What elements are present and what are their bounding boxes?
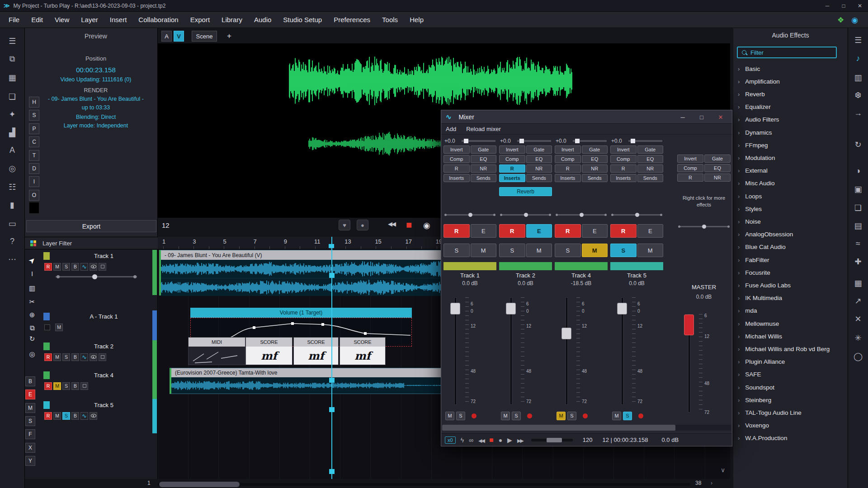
track-s-button[interactable]: S	[62, 382, 70, 390]
record-indicator[interactable]	[638, 413, 643, 418]
track-s-button[interactable]: S	[62, 263, 70, 271]
gain-slider[interactable]	[462, 140, 495, 142]
record-arm-button[interactable]: R	[610, 224, 637, 238]
edit-letter-y[interactable]: Y	[25, 456, 35, 466]
effect-category[interactable]: ›Mellowmuse	[733, 317, 848, 330]
effect-category[interactable]: ›Amplification	[733, 75, 848, 88]
record-dot-icon[interactable]: ●	[357, 220, 368, 230]
music-note-icon[interactable]: ♪	[848, 54, 868, 63]
track-s-button[interactable]: S	[62, 353, 70, 361]
document-icon[interactable]: ❏	[0, 92, 24, 102]
menu-icon[interactable]: ☰	[848, 35, 868, 45]
invert-button[interactable]: Invert	[443, 145, 470, 154]
mixer-minimize-button[interactable]: ─	[673, 110, 692, 124]
mute-button[interactable]: M	[637, 244, 664, 257]
fader-cap[interactable]	[450, 303, 460, 314]
effect-category[interactable]: ›Michael Willis and Rob vd Berg	[733, 343, 848, 355]
mute-button[interactable]: M	[501, 412, 510, 420]
pin-icon[interactable]: ◎	[0, 164, 24, 174]
track-header-5[interactable]: Track 5RMSB∿	[39, 399, 158, 433]
solo-button[interactable]: S	[443, 244, 470, 257]
menu-tools[interactable]: Tools	[376, 12, 404, 28]
record-icon[interactable]: ●	[499, 436, 502, 444]
plus-tool-icon[interactable]: ✚	[848, 257, 868, 267]
export-button[interactable]: Export	[26, 220, 156, 232]
collapse-chevron-icon[interactable]: ∨	[721, 466, 725, 474]
track-r-button[interactable]: R	[44, 263, 52, 271]
mute-button[interactable]: M	[557, 412, 566, 420]
comp-button[interactable]: Comp	[610, 155, 637, 163]
eq-button[interactable]: EQ	[637, 155, 664, 163]
r-button[interactable]: R	[555, 164, 581, 173]
comp-button[interactable]: Comp	[677, 164, 703, 172]
effect-category[interactable]: ›Dynamics	[733, 126, 848, 139]
playhead-handle[interactable]	[329, 378, 335, 383]
inserts-button[interactable]: Inserts	[499, 174, 525, 182]
more-icon[interactable]: ⋯	[0, 254, 24, 264]
effect-category[interactable]: ›Voxengo	[733, 419, 848, 432]
mixer-menu-reload[interactable]: Reload mixer	[466, 126, 501, 132]
effect-category[interactable]: ›Blue Cat Audio	[733, 241, 848, 253]
menu-icon[interactable]: ☰	[0, 36, 24, 46]
scroll-chevron-icon[interactable]: ›	[711, 480, 712, 486]
r-button[interactable]: R	[610, 164, 637, 173]
automation-curve-icon[interactable]: ∿	[80, 412, 88, 420]
solo-button[interactable]: S	[512, 412, 521, 420]
globe-icon[interactable]: ◉	[851, 15, 858, 25]
gate-button[interactable]: Gate	[704, 155, 731, 163]
invert-button[interactable]: Invert	[677, 155, 703, 163]
layer-toggle-o[interactable]: O	[29, 190, 39, 201]
menu-audio[interactable]: Audio	[248, 12, 277, 28]
edit-letter-e[interactable]: E	[25, 389, 35, 399]
x0-button[interactable]: x0	[445, 436, 456, 444]
record-arm-button[interactable]: R	[443, 224, 470, 238]
menu-insert[interactable]: Insert	[104, 12, 133, 28]
menu-collaboration[interactable]: Collaboration	[132, 12, 184, 28]
master-volume-fader[interactable]: 6124872	[676, 311, 731, 415]
close-button[interactable]: ✕	[852, 0, 868, 12]
track-b-button[interactable]: B	[71, 382, 79, 390]
move-tool-icon[interactable]: ⊕	[26, 311, 38, 319]
nr-button[interactable]: NR	[704, 174, 731, 182]
track-m-button[interactable]: M	[53, 382, 61, 390]
tab-scene[interactable]: Scene	[192, 31, 217, 42]
levels-icon[interactable]: ▮	[0, 200, 24, 210]
playhead-handle[interactable]	[329, 407, 335, 412]
cut-tool-icon[interactable]: ✂	[26, 298, 38, 306]
extra-toggle[interactable]	[99, 263, 106, 271]
layer-toggle-s[interactable]: S	[29, 110, 39, 121]
target-tool-icon[interactable]: ◎	[26, 350, 38, 358]
sends-button[interactable]: Sends	[637, 174, 664, 182]
volume-fader[interactable]: 60124872	[498, 295, 553, 408]
track-header-1[interactable]: Track 1RMSB∿	[39, 250, 158, 295]
layer-color-swatch[interactable]	[29, 202, 39, 214]
sync-icon[interactable]: ↻	[848, 140, 868, 150]
waves-icon[interactable]: ≈	[848, 239, 868, 249]
list-icon[interactable]: ☷	[0, 182, 24, 192]
close-tool-icon[interactable]: ✕	[848, 314, 868, 324]
layer-filter-row[interactable]: Layer Filter	[25, 237, 158, 249]
stop-icon[interactable]: ■	[489, 436, 494, 444]
effect-category[interactable]: ›FFmpeg	[733, 139, 848, 151]
clone-tool-icon[interactable]: ⧉	[26, 324, 38, 332]
volume-fader[interactable]: 60124872	[443, 295, 497, 408]
master-pan-slider[interactable]	[676, 222, 731, 230]
mute-button[interactable]: M	[526, 244, 552, 257]
play-icon[interactable]: ▶	[507, 436, 512, 444]
effect-category[interactable]: ›W.A.Production	[733, 432, 848, 445]
volume-fader[interactable]: 60124872	[609, 295, 664, 408]
layer-toggle-d[interactable]: D	[29, 163, 39, 174]
clip-score-1[interactable]: SCORE mf	[245, 337, 292, 365]
image-icon[interactable]: ▣	[848, 184, 868, 194]
tempo-slider[interactable]	[531, 439, 573, 441]
effect-category[interactable]: ›mda	[733, 305, 848, 317]
effect-category[interactable]: ›Steinberg	[733, 394, 848, 406]
track-b-button[interactable]: B	[71, 353, 79, 361]
range-tool-icon[interactable]: ▥	[26, 284, 38, 292]
effect-category[interactable]: ›FabFilter	[733, 253, 848, 266]
mute-button[interactable]: M	[582, 244, 608, 257]
record-indicator[interactable]	[527, 413, 532, 418]
stats-icon[interactable]: ▤	[848, 221, 868, 231]
menu-layer[interactable]: Layer	[75, 12, 104, 28]
help-icon[interactable]: ?	[0, 237, 24, 246]
